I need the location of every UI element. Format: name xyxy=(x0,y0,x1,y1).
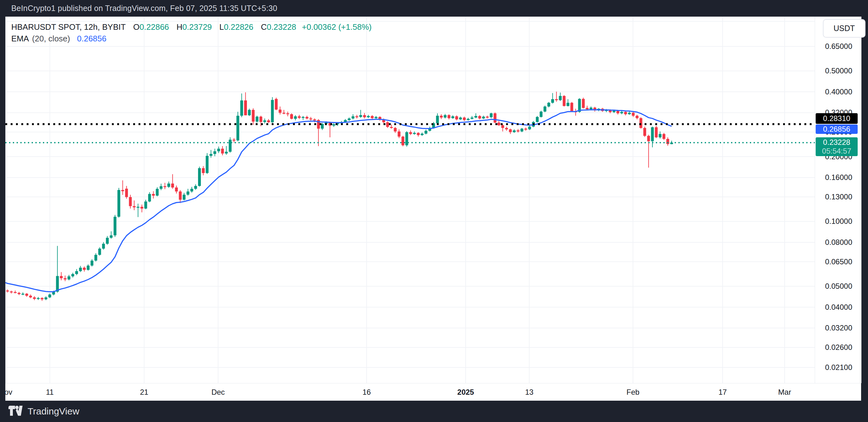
candle xyxy=(175,186,178,193)
snapshot-footer: TradingView xyxy=(0,401,868,422)
candle xyxy=(505,127,508,131)
candle xyxy=(659,131,661,138)
candle xyxy=(6,290,9,292)
candle-body xyxy=(490,113,493,117)
candle xyxy=(271,97,274,123)
price-change: +0.00362 (+1.58%) xyxy=(302,22,372,32)
candle xyxy=(133,200,136,210)
price-tick-label: 0.02100 xyxy=(825,363,852,372)
candle xyxy=(98,247,101,255)
indicator-value: 0.26856 xyxy=(77,34,106,43)
price-tick-label: 0.40000 xyxy=(825,88,852,96)
currency-toggle-button[interactable]: USDT xyxy=(823,19,866,38)
candle xyxy=(371,115,374,119)
candle xyxy=(666,137,669,146)
candle xyxy=(160,184,163,190)
ema-line xyxy=(5,110,672,292)
candle xyxy=(544,106,547,112)
candle-body xyxy=(539,112,542,117)
time-scale[interactable]: Nov1121Dec16202513Feb17Mar xyxy=(5,383,861,401)
price-tick-label: 0.06500 xyxy=(825,258,852,266)
candle-body xyxy=(659,134,661,137)
candle xyxy=(44,296,47,300)
candle-body xyxy=(145,202,147,209)
candle xyxy=(509,128,512,134)
time-tick-label: Mar xyxy=(778,388,791,397)
candle-body xyxy=(551,99,554,103)
price-tick-label: 0.13000 xyxy=(825,192,852,201)
legend-indicator-row[interactable]: EMA (20, close) 0.26856 xyxy=(11,33,372,44)
candle xyxy=(244,92,247,115)
candle xyxy=(29,294,32,298)
candle-body xyxy=(25,294,28,296)
candle-body xyxy=(225,152,228,154)
ohlc-close: C0.23228 xyxy=(261,22,297,32)
last-price-label: 0.23228 05:54:57 xyxy=(816,137,858,156)
candle xyxy=(83,267,86,272)
candle-body xyxy=(425,131,427,133)
candle-body xyxy=(528,127,531,129)
candle-body xyxy=(64,278,66,279)
candle xyxy=(455,115,458,120)
chart-panel[interactable]: HBARUSDT SPOT, 12h, BYBIT O0.22866 H0.23… xyxy=(5,17,861,401)
candle xyxy=(110,231,113,239)
candle-body xyxy=(494,113,496,123)
candlestick-chart[interactable] xyxy=(5,17,861,401)
candle xyxy=(363,113,366,119)
candle-body xyxy=(586,108,588,109)
candle-body xyxy=(394,128,397,131)
candle xyxy=(306,116,308,119)
candle-body xyxy=(252,110,255,122)
candle xyxy=(471,116,473,119)
candle xyxy=(647,135,650,168)
candle-body xyxy=(41,298,43,299)
price-scale[interactable]: 0.021000.026000.032000.040000.050000.065… xyxy=(815,17,861,383)
chart-legend: HBARUSDT SPOT, 12h, BYBIT O0.22866 H0.23… xyxy=(11,21,372,44)
tradingview-brand-text[interactable]: TradingView xyxy=(28,406,79,417)
candle-body xyxy=(421,133,424,135)
candle xyxy=(48,294,51,298)
candle-body xyxy=(271,100,274,122)
candle xyxy=(263,119,266,123)
indicator-params: (20, close) xyxy=(32,34,70,43)
candle xyxy=(240,93,243,117)
candle xyxy=(202,166,205,175)
candle-body xyxy=(517,130,520,131)
ema-price-label: 0.26856 xyxy=(816,124,858,134)
candle-body xyxy=(620,112,623,114)
candle xyxy=(229,137,231,153)
symbol-title[interactable]: HBARUSDT SPOT, 12h, BYBIT xyxy=(11,22,126,32)
candle xyxy=(566,99,569,106)
candle xyxy=(375,116,378,119)
candle-body xyxy=(417,133,420,135)
candle xyxy=(141,204,143,212)
candle-body xyxy=(651,127,654,142)
candle xyxy=(528,126,531,130)
candle xyxy=(198,167,201,186)
candle-body xyxy=(60,276,63,278)
candle-body xyxy=(114,217,117,235)
candle-body xyxy=(163,186,166,187)
candle xyxy=(447,114,450,119)
candle-body xyxy=(294,116,297,119)
price-tick-label: 0.03200 xyxy=(825,324,852,332)
candle-body xyxy=(202,168,205,173)
candle xyxy=(490,113,493,118)
tradingview-logo-icon[interactable] xyxy=(8,406,23,417)
candle-body xyxy=(582,99,585,108)
candle-body xyxy=(306,117,308,119)
candle xyxy=(290,113,293,119)
candle xyxy=(367,115,370,118)
candle xyxy=(521,128,523,132)
candle-body xyxy=(313,119,316,120)
candle xyxy=(421,132,424,136)
candle-body xyxy=(244,100,247,115)
candle xyxy=(71,273,74,277)
legend-symbol-row[interactable]: HBARUSDT SPOT, 12h, BYBIT O0.22866 H0.23… xyxy=(11,21,372,33)
candle-body xyxy=(167,183,170,187)
candle xyxy=(478,115,481,119)
candle xyxy=(390,124,393,128)
candle xyxy=(570,102,573,112)
candle xyxy=(221,146,224,155)
candle xyxy=(252,109,255,125)
